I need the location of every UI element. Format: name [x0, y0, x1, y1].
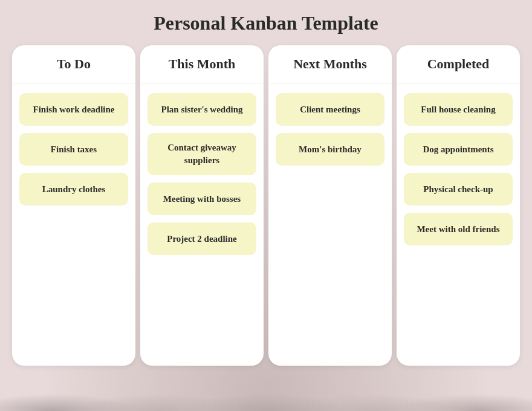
kanban-board: To DoFinish work deadlineFinish taxesLau…	[12, 45, 520, 366]
card-card-2[interactable]: Finish taxes	[19, 133, 128, 166]
column-todo: To DoFinish work deadlineFinish taxesLau…	[12, 45, 135, 366]
column-body-completed: Full house cleaningDog appointmentsPhysi…	[397, 83, 520, 366]
card-card-13[interactable]: Meet with old friends	[404, 213, 513, 245]
card-card-9[interactable]: Mom's birthday	[276, 133, 384, 166]
column-next-months: Next MonthsClient meetingsMom's birthday	[268, 45, 392, 366]
card-card-11[interactable]: Dog appointments	[404, 133, 513, 166]
column-body-todo: Finish work deadlineFinish taxesLaundry …	[12, 83, 135, 366]
column-header-this-month: This Month	[140, 45, 264, 83]
column-header-next-months: Next Months	[268, 45, 392, 83]
card-card-12[interactable]: Physical check-up	[404, 173, 513, 206]
column-header-completed: Completed	[397, 45, 520, 83]
column-body-next-months: Client meetingsMom's birthday	[268, 83, 392, 366]
card-card-4[interactable]: Plan sister's wedding	[148, 93, 256, 126]
card-card-7[interactable]: Project 2 deadline	[148, 222, 256, 255]
page-title: Personal Kanban Template	[12, 12, 520, 34]
column-body-this-month: Plan sister's weddingContact giveaway su…	[140, 83, 264, 366]
card-card-6[interactable]: Meeting with bosses	[148, 183, 256, 215]
card-card-10[interactable]: Full house cleaning	[404, 93, 513, 126]
card-card-3[interactable]: Laundry clothes	[19, 173, 128, 206]
column-this-month: This MonthPlan sister's weddingContact g…	[140, 45, 264, 366]
card-card-1[interactable]: Finish work deadline	[19, 93, 128, 126]
card-card-5[interactable]: Contact giveaway suppliers	[148, 133, 256, 175]
column-header-todo: To Do	[12, 45, 135, 83]
column-completed: CompletedFull house cleaningDog appointm…	[397, 45, 520, 366]
card-card-8[interactable]: Client meetings	[276, 93, 384, 126]
